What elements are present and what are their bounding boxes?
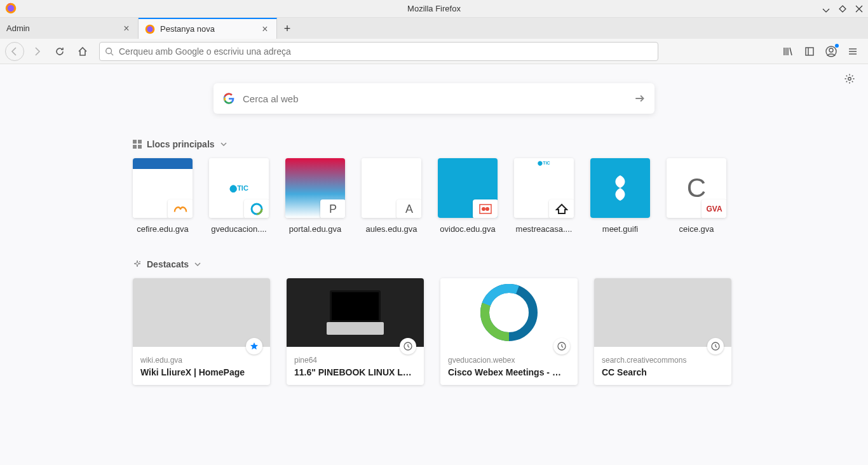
chevron-down-icon	[220, 140, 227, 148]
svg-point-8	[829, 48, 833, 52]
highlights-grid: wiki.edu.gva Wiki LliureX | HomePage pin…	[129, 278, 739, 385]
customize-button[interactable]	[844, 73, 855, 84]
topsite-label: ceice.gva	[667, 224, 726, 234]
svg-rect-5	[806, 48, 813, 55]
notification-dot-icon	[835, 44, 839, 48]
clock-icon	[553, 338, 570, 354]
highlight-domain: search.creativecommons	[602, 356, 724, 365]
highlight-card[interactable]: gveducacion.webex Cisco Webex Meetings -…	[440, 278, 578, 385]
home-button[interactable]	[72, 41, 93, 62]
topsite-tile[interactable]: CGVA ceice.gva	[667, 158, 726, 234]
highlights-label: Destacats	[147, 259, 189, 269]
topsite-tile[interactable]: ovidoc.edu.gva	[438, 158, 498, 234]
topsite-label: gveducacion....	[209, 224, 269, 234]
topsite-label: aules.edu.gva	[362, 224, 421, 234]
sidebar-button[interactable]	[799, 41, 820, 62]
topsites-header[interactable]: Llocs principals	[133, 139, 739, 149]
highlight-domain: gveducacion.webex	[448, 356, 570, 365]
google-icon	[222, 92, 235, 105]
tab-newtab[interactable]: Pestanya nova ×	[139, 18, 277, 39]
grid-icon	[133, 140, 142, 149]
svg-point-15	[139, 261, 140, 262]
clock-icon	[400, 338, 416, 354]
topsite-tile[interactable]: ⬤TIC mestreacasa....	[514, 158, 574, 234]
topsite-tile[interactable]: meet.guifi	[590, 158, 650, 234]
svg-rect-17	[327, 322, 384, 335]
window-minimize-icon[interactable]	[822, 5, 830, 13]
search-icon	[105, 47, 114, 56]
highlight-card[interactable]: search.creativecommons CC Search	[594, 278, 731, 385]
newtab-search-box[interactable]	[214, 83, 654, 114]
tab-close-icon[interactable]: ×	[260, 24, 270, 34]
topsites-label: Llocs principals	[147, 139, 215, 149]
topsite-label: mestreacasa....	[514, 224, 574, 234]
topsite-label: ovidoc.edu.gva	[438, 224, 498, 234]
firefox-favicon-icon	[145, 24, 155, 34]
back-button[interactable]	[5, 42, 24, 61]
topsite-label: meet.guifi	[590, 224, 650, 234]
svg-point-14	[485, 207, 489, 211]
url-bar[interactable]	[99, 42, 658, 61]
new-tab-button[interactable]: +	[277, 18, 297, 39]
search-submit-icon[interactable]	[634, 93, 646, 104]
firefox-logo-icon	[5, 3, 17, 14]
tab-label: Pestanya nova	[160, 24, 260, 34]
topsite-badge-letter: A	[397, 199, 421, 218]
topsite-label: portal.edu.gva	[285, 224, 345, 234]
url-input[interactable]	[119, 46, 653, 57]
topsite-tile[interactable]: A aules.edu.gva	[362, 158, 421, 234]
newtab-search-input[interactable]	[243, 93, 634, 104]
highlights-header[interactable]: Destacats	[133, 259, 739, 269]
clock-icon	[707, 338, 724, 354]
window-title: Mozilla Firefox	[407, 4, 461, 13]
svg-point-9	[848, 78, 851, 81]
tab-close-icon[interactable]: ×	[121, 24, 132, 34]
highlight-title: 11.6" PINEBOOK LINUX L…	[294, 367, 416, 377]
reload-button[interactable]	[50, 41, 70, 62]
sparkle-icon	[133, 260, 142, 269]
chevron-down-icon	[194, 260, 201, 268]
star-icon	[246, 338, 262, 354]
forward-button[interactable]	[27, 41, 47, 62]
highlight-title: CC Search	[602, 367, 724, 377]
navigation-toolbar	[0, 39, 868, 64]
window-titlebar: Mozilla Firefox	[0, 0, 868, 18]
svg-point-3	[147, 26, 153, 32]
topsite-letter: C	[687, 173, 706, 203]
topsite-label: cefire.edu.gva	[133, 224, 193, 234]
topsite-badge-letter: P	[320, 199, 345, 218]
window-close-icon[interactable]	[855, 5, 863, 13]
tab-admin[interactable]: Admin ×	[0, 18, 139, 39]
highlight-domain: pine64	[294, 356, 416, 365]
window-maximize-icon[interactable]	[839, 5, 846, 13]
topsite-badge-text: GVA	[702, 199, 726, 218]
tab-bar: Admin × Pestanya nova × +	[0, 18, 868, 39]
library-button[interactable]	[778, 41, 798, 62]
highlight-domain: wiki.edu.gva	[140, 356, 262, 365]
svg-point-4	[106, 48, 112, 53]
highlight-card[interactable]: pine64 11.6" PINEBOOK LINUX L…	[287, 278, 424, 385]
svg-point-1	[8, 5, 15, 12]
topsites-grid: cefire.edu.gva ⬤TIC gveducacion.... P po…	[129, 158, 739, 234]
highlight-card[interactable]: wiki.edu.gva Wiki LliureX | HomePage	[133, 278, 270, 385]
svg-rect-18	[332, 292, 379, 320]
newtab-content: Llocs principals cefire.edu.gva ⬤TIC gve…	[0, 64, 868, 465]
svg-point-13	[482, 207, 485, 211]
topsite-tile[interactable]: cefire.edu.gva	[133, 158, 193, 234]
topsite-tile[interactable]: ⬤TIC gveducacion....	[209, 158, 269, 234]
tab-label: Admin	[6, 24, 121, 33]
menu-button[interactable]	[843, 41, 863, 62]
account-button[interactable]	[821, 41, 841, 62]
highlight-title: Wiki LliureX | HomePage	[140, 367, 262, 377]
highlight-title: Cisco Webex Meetings - …	[448, 367, 570, 377]
topsite-tile[interactable]: P portal.edu.gva	[285, 158, 345, 234]
